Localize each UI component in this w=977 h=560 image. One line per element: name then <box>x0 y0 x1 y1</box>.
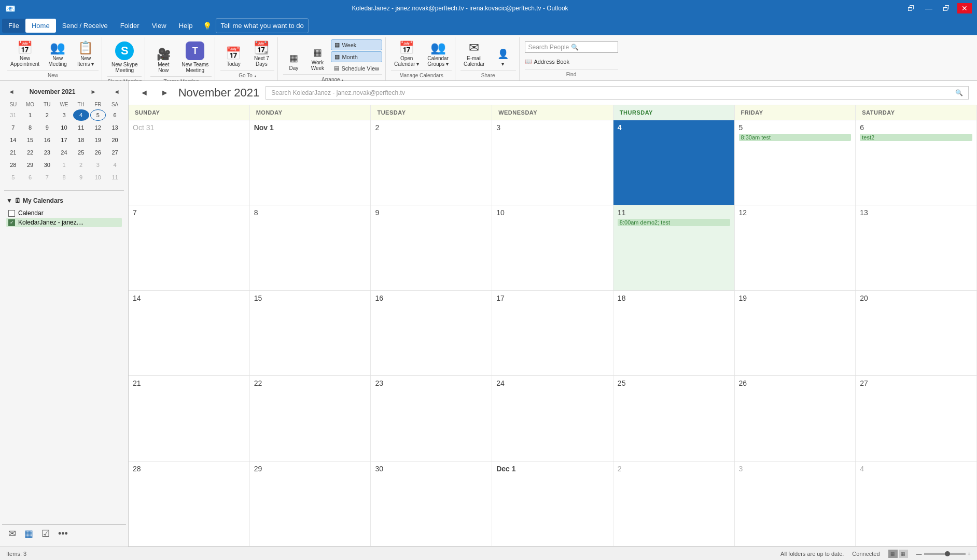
mini-cal-prev[interactable]: ◄ <box>6 87 17 96</box>
search-people-input[interactable]: Search People 🔍 <box>525 41 618 53</box>
cal-cell-oct31[interactable]: Oct 31 <box>129 120 250 205</box>
menu-send-receive[interactable]: Send / Receive <box>56 19 114 33</box>
mini-cal-day[interactable]: 22 <box>22 147 38 158</box>
cal-event-test[interactable]: 8:30am test <box>739 134 852 141</box>
menu-view[interactable]: View <box>146 19 173 33</box>
mini-cal-day[interactable]: 28 <box>5 159 21 171</box>
mini-cal-day[interactable]: 11 <box>73 122 89 133</box>
cal-cell-10[interactable]: 10 <box>492 205 613 290</box>
mini-cal-day[interactable]: 5 <box>5 172 21 183</box>
email-calendar-button[interactable]: ✉ E-mailCalendar <box>460 39 488 69</box>
mini-cal-day[interactable]: 1 <box>22 109 38 121</box>
cal-cell-6[interactable]: 6 test2 <box>856 120 977 205</box>
zoom-handle[interactable] <box>945 551 950 556</box>
mini-cal-day[interactable]: 16 <box>39 134 55 146</box>
calendar-search-box[interactable]: Search KoledarJanez - janez.novak@perfte… <box>266 86 969 100</box>
week-view-button[interactable]: ▦ Week <box>331 39 382 50</box>
cal-cell-12[interactable]: 12 <box>735 205 856 290</box>
mini-cal-day[interactable]: 6 <box>22 172 38 183</box>
zoom-bar[interactable] <box>924 553 966 555</box>
mini-cal-day[interactable]: 8 <box>56 172 72 183</box>
menu-folder[interactable]: Folder <box>114 19 146 33</box>
mini-cal-day[interactable]: 9 <box>39 122 55 133</box>
mini-cal-day[interactable]: 12 <box>90 122 106 133</box>
mini-cal-day[interactable]: 9 <box>73 172 89 183</box>
cal-cell-25[interactable]: 25 <box>613 376 735 460</box>
mini-cal-day[interactable]: 18 <box>73 134 89 146</box>
mini-cal-day[interactable]: 31 <box>5 109 21 121</box>
mini-cal-day[interactable]: 7 <box>5 122 21 133</box>
cal-cell-dec4[interactable]: 4 <box>856 461 977 546</box>
cal-cell-8[interactable]: 8 <box>250 205 371 290</box>
mini-cal-day[interactable]: 20 <box>107 134 123 146</box>
new-items-button[interactable]: 📋 NewItems ▾ <box>73 39 99 69</box>
cal-cell-21[interactable]: 21 <box>129 376 250 460</box>
mini-cal-day[interactable]: 10 <box>90 172 106 183</box>
cal-next-button[interactable]: ► <box>158 87 172 99</box>
cal-cell-7[interactable]: 7 <box>129 205 250 290</box>
menu-help[interactable]: Help <box>173 19 199 33</box>
koledar-checkbox[interactable]: ✓ <box>8 219 15 226</box>
schedule-view-button[interactable]: ▤ Schedule View <box>331 63 382 73</box>
cal-cell-11[interactable]: 11 8:00am demo2; test <box>613 205 735 290</box>
cal-event-demo[interactable]: 8:00am demo2; test <box>618 219 730 226</box>
cal-cell-18[interactable]: 18 <box>613 291 735 375</box>
mini-cal-today[interactable]: 4 <box>73 109 89 121</box>
mini-cal-day[interactable]: 24 <box>56 147 72 158</box>
cal-cell-5[interactable]: 5 8:30am test <box>735 120 856 205</box>
day-view-button[interactable]: ▦ Day <box>283 50 304 73</box>
cal-cell-13[interactable]: 13 <box>856 205 977 290</box>
calendar-groups-button[interactable]: 👥 CalendarGroups ▾ <box>424 39 452 69</box>
mini-cal-day[interactable]: 30 <box>39 159 55 171</box>
share-more-button[interactable]: 👤 ▾ <box>490 46 516 69</box>
cal-cell-14[interactable]: 14 <box>129 291 250 375</box>
next-7-days-button[interactable]: 📆 Next 7Days <box>248 39 274 69</box>
maximize-button[interactable]: 🗗 <box>940 3 953 13</box>
cal-cell-19[interactable]: 19 <box>735 291 856 375</box>
cal-cell-9[interactable]: 9 <box>371 205 492 290</box>
mini-cal-next[interactable]: ► <box>88 87 99 96</box>
cal-cell-4-today[interactable]: 4 <box>613 120 735 205</box>
open-calendar-button[interactable]: 📅 OpenCalendar ▾ <box>391 39 422 69</box>
mini-cal-day[interactable]: 25 <box>73 147 89 158</box>
address-book-button[interactable]: 📖 Address Book <box>525 58 618 65</box>
mini-cal-day[interactable]: 21 <box>5 147 21 158</box>
cal-cell-dec3[interactable]: 3 <box>735 461 856 546</box>
mini-cal-day[interactable]: 23 <box>39 147 55 158</box>
cal-prev-button[interactable]: ◄ <box>137 87 151 99</box>
mini-cal-day[interactable]: 4 <box>107 159 123 171</box>
cal-cell-dec2[interactable]: 2 <box>613 461 735 546</box>
cal-cell-30[interactable]: 30 <box>371 461 492 546</box>
calendar-item-calendar[interactable]: Calendar <box>6 208 122 218</box>
mini-cal-day[interactable]: 19 <box>90 134 106 146</box>
mini-cal-day[interactable]: 27 <box>107 147 123 158</box>
today-button[interactable]: 📅 Today <box>220 45 246 69</box>
tell-me-input[interactable]: Tell me what you want to do <box>216 18 308 33</box>
mini-cal-day[interactable]: 6 <box>107 109 123 121</box>
status-view-btn-2[interactable]: ▦ <box>899 550 908 558</box>
title-bar-controls[interactable]: 🗗 — 🗗 ✕ <box>904 3 972 13</box>
nav-more-icon[interactable]: ••• <box>58 528 68 539</box>
cal-cell-17[interactable]: 17 <box>492 291 613 375</box>
new-appointment-button[interactable]: 📅 New Appointment <box>7 39 43 69</box>
mini-cal-collapse[interactable]: ◄ <box>111 87 122 96</box>
menu-file[interactable]: File <box>2 19 25 33</box>
menu-home[interactable]: Home <box>25 19 56 33</box>
cal-cell-3[interactable]: 3 <box>492 120 613 205</box>
cal-cell-15[interactable]: 15 <box>250 291 371 375</box>
work-week-button[interactable]: ▦ WorkWeek <box>307 45 328 73</box>
mini-cal-day[interactable]: 11 <box>107 172 123 183</box>
mini-cal-day[interactable]: 7 <box>39 172 55 183</box>
minimize-button[interactable]: — <box>922 3 936 13</box>
cal-cell-23[interactable]: 23 <box>371 376 492 460</box>
mini-cal-day[interactable]: 17 <box>56 134 72 146</box>
nav-mail-icon[interactable]: ✉ <box>8 528 16 539</box>
mini-cal-day[interactable]: 26 <box>90 147 106 158</box>
mini-cal-day[interactable]: 1 <box>56 159 72 171</box>
cal-cell-2[interactable]: 2 <box>371 120 492 205</box>
calendar-checkbox[interactable] <box>8 210 15 217</box>
mini-cal-day[interactable]: 3 <box>90 159 106 171</box>
cal-cell-26[interactable]: 26 <box>735 376 856 460</box>
mini-cal-day[interactable]: 2 <box>73 159 89 171</box>
cal-event-test2[interactable]: test2 <box>860 134 972 141</box>
